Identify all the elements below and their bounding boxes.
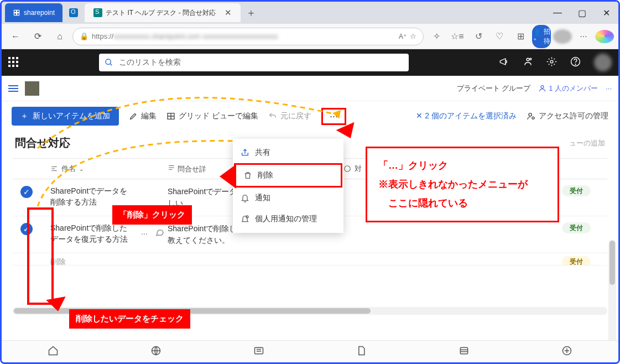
text-icon: [50, 165, 58, 173]
comment-icon[interactable]: [155, 228, 164, 240]
svg-rect-20: [254, 347, 263, 354]
plus-icon: ＋: [20, 111, 28, 121]
bottom-news-icon[interactable]: [253, 345, 264, 358]
svg-line-5: [110, 64, 112, 65]
close-icon[interactable]: ✕: [225, 8, 232, 18]
members-link[interactable]: 1 人のメンバー: [538, 84, 598, 93]
svg-point-6: [527, 58, 529, 61]
bottom-nav-bar: [2, 340, 618, 362]
menu-item-share[interactable]: 共有: [233, 142, 343, 163]
site-more-icon[interactable]: ···: [606, 84, 612, 92]
row-more-icon[interactable]: ···: [141, 228, 148, 240]
annotation-check-data: 削除したいデータをチェック: [69, 309, 190, 329]
annotation-more-click-box: 「…」クリック ※表示しきれなかったメニューが ここに隠れている: [366, 147, 559, 222]
row-checkbox[interactable]: ✓: [20, 186, 33, 198]
table-icon: [166, 112, 175, 121]
copilot-icon[interactable]: [595, 30, 614, 43]
paragraph-icon: [168, 164, 175, 171]
status-badge: 受付: [562, 222, 591, 233]
sharepoint-icon: [93, 8, 102, 17]
settings-icon-small[interactable]: [523, 56, 533, 69]
bottom-file-icon[interactable]: [356, 345, 367, 358]
nav-toggle-icon[interactable]: [8, 85, 18, 92]
browser-toolbar: ← ⟳ ⌂ 🔒 https://xxxxxxxxxx.sharepoint.co…: [2, 24, 618, 49]
search-input[interactable]: このリストを検索: [99, 54, 409, 71]
menu-item-notify[interactable]: 通知: [233, 188, 343, 209]
svg-rect-23: [461, 347, 468, 354]
home-button[interactable]: ⌂: [50, 27, 69, 46]
svg-point-18: [246, 216, 248, 218]
undo-icon: [268, 112, 277, 121]
site-logo[interactable]: [25, 81, 39, 96]
tab-title: テスト IT ヘルプ デスク - 問合せ対応: [106, 8, 216, 18]
window-maximize[interactable]: ▢: [570, 2, 594, 24]
browser-profile-avatar[interactable]: [553, 29, 572, 44]
svg-rect-3: [17, 13, 19, 15]
svg-point-17: [345, 166, 351, 172]
outlook-icon: [69, 8, 78, 17]
status-badge: 受付: [562, 256, 591, 266]
bottom-list-icon[interactable]: [459, 345, 470, 358]
reading-mode-icon[interactable]: A⁺: [399, 33, 407, 40]
help-icon[interactable]: [570, 56, 581, 69]
column-name[interactable]: 件名 ⌄: [40, 164, 168, 174]
browser-tab-active[interactable]: テスト IT ヘルプ デスク - 問合せ対応 ✕: [85, 3, 241, 22]
svg-point-10: [575, 64, 576, 64]
window-close[interactable]: ✕: [594, 2, 618, 24]
gear-icon[interactable]: [546, 56, 557, 69]
manage-permissions-button[interactable]: アクセス許可の管理: [527, 111, 608, 121]
annotation-delete-click: 「削除」クリック: [112, 205, 192, 225]
grid-view-button[interactable]: グリッド ビューで編集: [166, 111, 258, 121]
trash-icon: [243, 171, 252, 180]
invite-button[interactable]: 👤⁺ 招待: [532, 25, 551, 48]
person-icon: [538, 84, 546, 92]
history-icon[interactable]: ↺: [469, 31, 488, 41]
person-settings-icon: [527, 112, 535, 121]
bell-settings-icon: [241, 215, 249, 223]
table-row[interactable]: 削除 受付: [13, 253, 607, 266]
bottom-home-icon[interactable]: [48, 345, 59, 358]
favorites-icon[interactable]: ☆≡: [448, 31, 467, 41]
add-new-item-button[interactable]: ＋ 新しいアイテムを追加: [12, 107, 119, 126]
more-commands-menu: 共有 削除 通知 個人用通知の管理: [233, 139, 343, 233]
svg-point-4: [106, 59, 111, 64]
app-launcher-icon[interactable]: [8, 57, 19, 68]
menu-item-manage-notify[interactable]: 個人用通知の管理: [233, 209, 343, 230]
user-avatar[interactable]: [594, 54, 612, 71]
svg-rect-2: [14, 13, 16, 15]
annotation-checkbox-highlight: [27, 207, 54, 305]
refresh-button[interactable]: ⟳: [28, 27, 47, 46]
url-bar[interactable]: 🔒 https://xxxxxxxxxx.sharepoint.com xxxx…: [72, 28, 424, 45]
tag-icon: [343, 165, 351, 173]
menu-item-delete[interactable]: 削除: [234, 163, 342, 188]
bottom-add-icon[interactable]: [561, 345, 572, 358]
bell-icon: [241, 194, 249, 202]
extensions-icon[interactable]: ✧: [427, 31, 446, 41]
megaphone-icon[interactable]: [499, 56, 509, 69]
edit-button[interactable]: 編集: [129, 111, 157, 121]
sharepoint-appbar: このリストを検索: [2, 49, 618, 76]
lock-icon: 🔒: [80, 32, 88, 40]
collections-icon[interactable]: ⊞: [511, 31, 530, 41]
add-view-button[interactable]: ューの追加: [569, 138, 605, 148]
clear-selection-button[interactable]: ✕ 2 個のアイテムを選択済み: [416, 111, 517, 121]
svg-point-8: [550, 60, 553, 63]
person-add-icon: 👤⁺: [533, 29, 541, 44]
browser-titlebar: sharepoint テスト IT ヘルプ デスク - 問合せ対応 ✕ ＋ — …: [2, 2, 618, 24]
bottom-globe-icon[interactable]: [150, 345, 161, 358]
health-icon[interactable]: ♡: [490, 31, 509, 41]
svg-point-7: [530, 58, 532, 60]
group-type-label: プライベート グループ: [457, 84, 531, 93]
share-icon: [241, 148, 249, 157]
status-badge: 受付: [562, 185, 591, 196]
back-button[interactable]: ←: [6, 27, 25, 46]
new-tab-button[interactable]: ＋: [241, 6, 262, 19]
favorite-icon[interactable]: ☆: [410, 32, 416, 40]
svg-rect-1: [17, 10, 19, 12]
browser-tab-outlook[interactable]: [62, 3, 85, 22]
more-menu-icon[interactable]: ···: [574, 32, 593, 41]
svg-point-16: [532, 117, 534, 119]
browser-tab-sharepoint[interactable]: sharepoint: [5, 3, 62, 22]
window-minimize[interactable]: —: [545, 2, 570, 24]
undo-button: 元に戻す: [268, 111, 311, 121]
